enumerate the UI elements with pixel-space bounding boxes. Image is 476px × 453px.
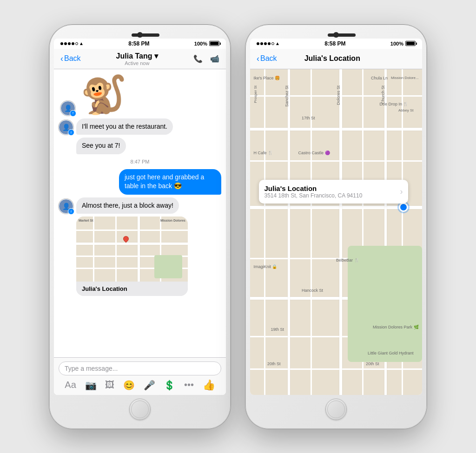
phone-1: ▲ 8:58 PM 100% ‹ Back Julia: [49, 25, 231, 429]
road-v2: [115, 217, 117, 282]
label-abbey: Abbey St: [398, 108, 413, 112]
dolores-label-thumb: Mission Dolores: [160, 219, 185, 222]
map-nav-title: Julia's Location: [277, 54, 388, 63]
msg-row-2: See you at 7!: [59, 138, 221, 154]
froad-v1-sanchez: [288, 69, 290, 395]
screen-1: ▲ 8:58 PM 100% ‹ Back Julia: [54, 39, 226, 395]
label-due-drop: Due Drop In 🍴: [379, 102, 408, 106]
msg-sent-text-1: just got here and grabbed a table in the…: [125, 173, 204, 190]
time-2: 8:58 PM: [324, 40, 345, 47]
msg-row-1: 👤 f I'll meet you at the restaurant.: [59, 118, 221, 135]
label-gold-hydrant: Little Giant Gold Hydrant: [368, 351, 414, 355]
label-hancock: Hancock St: [302, 288, 323, 293]
dot5: [75, 42, 78, 45]
label-prosper: Prosper St: [253, 85, 258, 103]
back-chevron-1: ‹: [60, 54, 63, 64]
label-church: Church St: [381, 85, 385, 104]
signal-area-1: ▲: [60, 41, 84, 46]
bubble-received-1: I'll meet you at the restaurant.: [76, 118, 173, 135]
avatar-wrap-3: 👤 f: [59, 199, 73, 214]
pin-head-thumb: [122, 235, 130, 243]
nav-center-1: Julia Tang ▾ Active now: [81, 52, 193, 66]
aa-button[interactable]: Aa: [65, 380, 76, 390]
label-hcafe: H Cafe 🍴: [253, 151, 273, 155]
payment-icon[interactable]: 💲: [164, 380, 175, 391]
photo-icon[interactable]: 🖼: [105, 380, 114, 390]
back-label-2: Back: [260, 54, 277, 63]
nav-center-2: Julia's Location: [277, 54, 388, 63]
msg-text-3: Almost there, just a block away!: [82, 202, 173, 209]
s-dot3: [264, 42, 267, 45]
top-bar-2: [250, 31, 423, 39]
camera-icon[interactable]: 📷: [85, 380, 97, 391]
input-placeholder: Type a message...: [65, 365, 118, 372]
label-mission-dolores: Mission Dolore...: [391, 76, 419, 80]
avatar-wrap-1: 👤 f: [59, 120, 73, 135]
battery-icon-1: [209, 41, 219, 46]
s-dot5: [271, 42, 274, 45]
froad-h7: [250, 368, 422, 370]
battery-pct-1: 100%: [194, 41, 207, 46]
back-button-1[interactable]: ‹ Back: [60, 54, 81, 64]
callout-address: 3514 18th St, San Francisco, CA 94110: [264, 192, 397, 199]
video-call-icon[interactable]: 📹: [210, 54, 219, 63]
more-icon[interactable]: •••: [184, 380, 194, 390]
emoji-icon[interactable]: 😊: [123, 380, 135, 391]
park-thumb: [154, 255, 182, 278]
home-inner-2: [327, 400, 345, 418]
label-mission-dolores-park: Mission Dolores Park 🌿: [373, 325, 419, 329]
back-chevron-2: ‹: [257, 54, 259, 64]
front-camera-2: [333, 32, 339, 38]
froad-h2: [250, 160, 422, 162]
status-bar-2: ▲ 8:58 PM 100%: [250, 39, 422, 49]
label-ikes: Ike's Place 🍔: [253, 76, 280, 80]
map-thumbnail: Market St Mission Dolores: [76, 217, 188, 282]
battery-pct-2: 100%: [390, 41, 403, 46]
speaker-2: [328, 33, 356, 37]
label-dolores: Dolores St: [336, 85, 341, 105]
battery-fill-1: [210, 42, 218, 45]
label-20th-l: 20th St: [267, 361, 281, 366]
callout-chevron: ›: [400, 187, 403, 197]
home-button-1[interactable]: [129, 399, 151, 420]
fb-badge-3: f: [68, 208, 74, 215]
location-callout[interactable]: Julia's Location 3514 18th St, San Franc…: [259, 180, 409, 204]
map-pin-thumb: [123, 236, 129, 243]
back-button-2[interactable]: ‹ Back: [257, 54, 277, 64]
bubble-sent-1: just got here and grabbed a table in the…: [119, 169, 221, 195]
time-1: 8:58 PM: [128, 40, 149, 47]
like-icon[interactable]: 👍: [203, 379, 215, 391]
status-bar-1: ▲ 8:58 PM 100%: [54, 39, 226, 49]
chat-messages: 👤 f 🐒 👤 f I'll meet you at the restauran…: [54, 69, 226, 357]
top-bar-1: [53, 31, 226, 39]
battery-fill-2: [406, 42, 415, 45]
dolores-park: [348, 246, 422, 362]
battery-area-2: 100%: [390, 41, 416, 46]
battery-icon-2: [405, 41, 416, 46]
map-screen-full[interactable]: 17th St 18th St Hancock St 19th St 20th …: [250, 69, 422, 395]
mic-icon[interactable]: 🎤: [144, 380, 155, 391]
road-v3: [138, 217, 140, 282]
home-inner-1: [131, 400, 149, 418]
message-input[interactable]: Type a message...: [59, 361, 221, 375]
location-bubble[interactable]: Market St Mission Dolores Julia's Locati…: [76, 217, 188, 296]
nav-bar-2: ‹ Back Julia's Location: [250, 49, 422, 69]
phones-container: ▲ 8:58 PM 100% ‹ Back Julia: [40, 15, 436, 438]
froad-v0: [264, 69, 265, 395]
label-17th: 17th St: [302, 116, 315, 120]
timestamp-1: 8:47 PM: [59, 159, 221, 164]
label-castro-castle: Castro Castle 🟣: [298, 151, 330, 155]
phone-call-icon[interactable]: 📞: [193, 54, 203, 63]
dot1: [60, 42, 63, 45]
chat-title-1: Julia Tang ▾: [81, 52, 193, 60]
screen-2: ▲ 8:58 PM 100% ‹ Back Julia's Location: [250, 39, 422, 395]
froad-h3-18th: [250, 206, 422, 209]
nav-actions-1: 📞 📹: [193, 54, 219, 63]
sticker-row: 👤 f 🐒: [59, 74, 221, 116]
fb-badge-1: f: [68, 129, 74, 136]
monkey-sticker: 🐒: [78, 74, 129, 116]
home-button-2[interactable]: [325, 399, 347, 420]
back-label-1: Back: [64, 54, 81, 63]
wifi-icon-1: ▲: [79, 41, 84, 46]
wifi-icon-2: ▲: [275, 41, 280, 46]
